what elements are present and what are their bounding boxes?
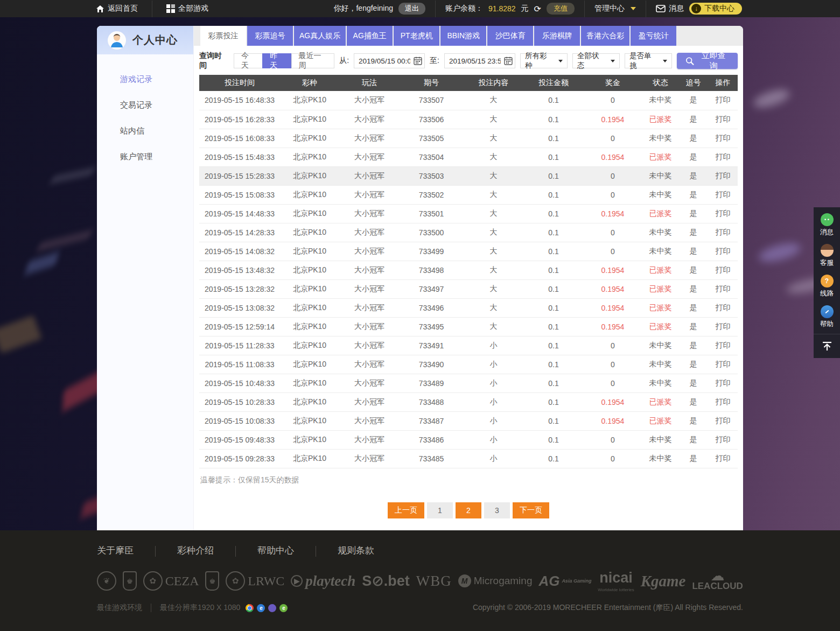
footer-link-关于摩臣[interactable]: 关于摩臣 <box>97 544 134 557</box>
print-action[interactable]: 打印 <box>708 129 738 148</box>
download-center-button[interactable]: ↓ 下载中心 <box>689 3 742 15</box>
print-action[interactable]: 打印 <box>708 166 738 185</box>
crest-round-logo: ❦ <box>97 571 116 591</box>
bet-time: 2019-05-15 15:28:33 <box>199 166 280 185</box>
tab-AG真人娱乐[interactable]: AG真人娱乐 <box>294 26 346 46</box>
print-action[interactable]: 打印 <box>708 185 738 204</box>
sbet-logo: S⊘.bet <box>362 572 410 590</box>
tab-PT老虎机[interactable]: PT老虎机 <box>394 26 439 46</box>
lottery: 北京PK10 <box>280 374 339 392</box>
print-action[interactable]: 打印 <box>708 336 738 355</box>
messages-link[interactable]: 消息 <box>656 4 684 13</box>
sidebar-item-账户管理[interactable]: 账户管理 <box>97 144 193 170</box>
play-type: 大小冠军 <box>339 430 400 449</box>
bet-content: 小 <box>463 411 524 430</box>
quick-date-昨天[interactable]: 昨天 <box>262 53 291 68</box>
bet-time: 2019-05-15 14:08:32 <box>199 242 280 261</box>
tab-彩票投注[interactable]: 彩票投注 <box>200 26 246 46</box>
divider <box>316 546 316 557</box>
bet-content: 小 <box>463 374 524 392</box>
print-action[interactable]: 打印 <box>708 449 738 468</box>
print-action[interactable]: 打印 <box>708 148 738 166</box>
table-row: 2019-05-15 14:08:32北京PK10大小冠军733499大0.10… <box>199 242 738 261</box>
print-action[interactable]: 打印 <box>708 411 738 430</box>
next-page-button[interactable]: 下一页 <box>513 502 549 518</box>
bet-amount: 0.1 <box>524 129 583 148</box>
calendar-icon[interactable] <box>504 57 513 65</box>
tab-彩票追号[interactable]: 彩票追号 <box>247 26 293 46</box>
print-action[interactable]: 打印 <box>708 261 738 279</box>
status: 已派奖 <box>642 392 678 411</box>
play-type: 大小冠军 <box>339 185 400 204</box>
bet-time: 2019-05-15 10:28:33 <box>199 392 280 411</box>
bet-time: 2019-05-15 12:59:14 <box>199 317 280 336</box>
print-action[interactable]: 打印 <box>708 298 738 317</box>
prize: 0.1954 <box>583 279 642 298</box>
page-button-2[interactable]: 2 <box>456 502 481 518</box>
print-action[interactable]: 打印 <box>708 223 738 242</box>
bet-amount: 0.1 <box>524 317 583 336</box>
print-action[interactable]: 打印 <box>708 110 738 129</box>
tab-乐游棋牌[interactable]: 乐游棋牌 <box>534 26 580 46</box>
float-item-消息[interactable]: 消息 <box>814 209 840 240</box>
print-action[interactable]: 打印 <box>708 374 738 392</box>
print-action[interactable]: 打印 <box>708 279 738 298</box>
recharge-button[interactable]: 充值 <box>547 3 575 15</box>
select-所有彩种[interactable]: 所有彩种 <box>520 53 568 68</box>
select-全部状态[interactable]: 全部状态 <box>572 53 620 68</box>
prize: 0 <box>583 374 642 392</box>
lottery: 北京PK10 <box>280 110 339 129</box>
print-action[interactable]: 打印 <box>708 242 738 261</box>
sidebar-item-游戏记录[interactable]: 游戏记录 <box>97 66 193 92</box>
status: 已派奖 <box>642 317 678 336</box>
lottery: 北京PK10 <box>280 355 339 374</box>
float-item-线路[interactable]: ?线路 <box>814 271 840 302</box>
admin-center-menu[interactable]: 管理中心 <box>594 4 636 13</box>
refresh-balance-icon[interactable]: ⟳ <box>534 4 541 14</box>
back-to-top-button[interactable] <box>814 334 840 358</box>
all-games-link[interactable]: 全部游戏 <box>166 4 208 13</box>
tab-盈亏统计[interactable]: 盈亏统计 <box>631 26 676 46</box>
select-是否单挑[interactable]: 是否单挑 <box>625 53 672 68</box>
back-home-link[interactable]: 返回首页 <box>96 4 138 13</box>
chase: 是 <box>678 298 708 317</box>
footer-link-帮助中心[interactable]: 帮助中心 <box>257 544 294 557</box>
page-button-1[interactable]: 1 <box>427 502 453 518</box>
tab-沙巴体育[interactable]: 沙巴体育 <box>487 26 533 46</box>
search-button[interactable]: 立即查询 <box>677 53 738 69</box>
logout-button[interactable]: 退出 <box>398 3 425 15</box>
footer-link-彩种介绍[interactable]: 彩种介绍 <box>177 544 214 557</box>
prev-page-button[interactable]: 上一页 <box>388 502 424 518</box>
bg-shape <box>25 251 59 275</box>
quick-date-最近一周[interactable]: 最近一周 <box>291 53 335 68</box>
main-panel: 个人中心 游戏记录交易记录站内信账户管理 彩票投注彩票追号AG真人娱乐AG捕鱼王… <box>97 26 743 530</box>
quick-date-今天[interactable]: 今天 <box>234 53 263 68</box>
bet-amount: 0.1 <box>524 166 583 185</box>
float-item-帮助[interactable]: 帮助 <box>814 302 840 332</box>
status: 未中奖 <box>642 374 678 392</box>
print-action[interactable]: 打印 <box>708 317 738 336</box>
tab-BBIN游戏[interactable]: BBIN游戏 <box>440 26 486 46</box>
print-action[interactable]: 打印 <box>708 204 738 223</box>
divider <box>151 604 151 612</box>
print-action[interactable]: 打印 <box>708 91 738 110</box>
print-action[interactable]: 打印 <box>708 430 738 449</box>
ag-asia-gaming-logo: AGAsia Gaming <box>538 573 591 590</box>
footer-link-规则条款[interactable]: 规则条款 <box>338 544 374 557</box>
print-action[interactable]: 打印 <box>708 392 738 411</box>
to-date-wrap <box>444 53 515 68</box>
status: 未中奖 <box>642 355 678 374</box>
sidebar-item-站内信[interactable]: 站内信 <box>97 118 193 144</box>
play-type: 大小冠军 <box>339 204 400 223</box>
table-row: 2019-05-15 16:08:33北京PK10大小冠军733505大0.10… <box>199 129 738 148</box>
calendar-icon[interactable] <box>414 57 422 65</box>
issue-number: 733486 <box>400 430 463 449</box>
tab-香港六合彩[interactable]: 香港六合彩 <box>581 26 629 46</box>
page-button-3[interactable]: 3 <box>484 502 510 518</box>
bg-shape <box>0 316 41 354</box>
float-item-客服[interactable]: 客服 <box>814 240 840 271</box>
table-row: 2019-05-15 10:08:33北京PK10大小冠军733487小0.10… <box>199 411 738 430</box>
tab-AG捕鱼王[interactable]: AG捕鱼王 <box>347 26 393 46</box>
sidebar-item-交易记录[interactable]: 交易记录 <box>97 92 193 118</box>
print-action[interactable]: 打印 <box>708 355 738 374</box>
